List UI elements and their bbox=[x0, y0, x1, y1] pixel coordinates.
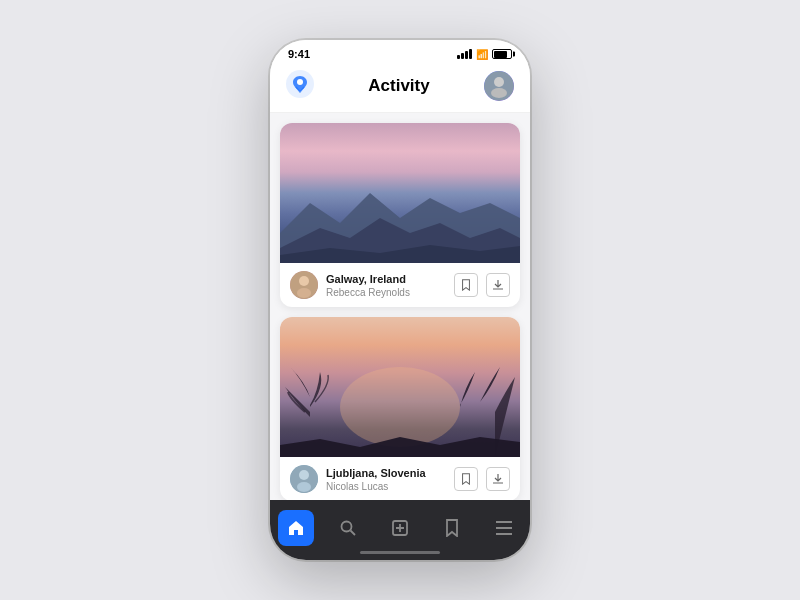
svg-point-1 bbox=[297, 79, 303, 85]
svg-point-7 bbox=[297, 288, 311, 298]
download-button-1[interactable] bbox=[486, 273, 510, 297]
card-1-location: Galway, Ireland bbox=[326, 272, 446, 286]
phone-frame: 9:41 📶 Activity bbox=[270, 40, 530, 560]
status-bar: 9:41 📶 bbox=[270, 40, 530, 64]
svg-point-12 bbox=[342, 522, 352, 532]
content-area: Galway, Ireland Rebecca Reynolds bbox=[270, 113, 530, 500]
user-avatar[interactable] bbox=[484, 71, 514, 101]
nav-add[interactable] bbox=[382, 510, 418, 546]
svg-point-4 bbox=[491, 88, 507, 98]
svg-point-6 bbox=[299, 276, 309, 286]
signal-icon bbox=[457, 49, 472, 59]
nav-search[interactable] bbox=[330, 510, 366, 546]
activity-card-2: Ljubljana, Slovenia Nicolas Lucas bbox=[280, 317, 520, 500]
activity-card-1: Galway, Ireland Rebecca Reynolds bbox=[280, 123, 520, 307]
card-2-location: Ljubljana, Slovenia bbox=[326, 466, 446, 480]
bookmark-button-2[interactable] bbox=[454, 467, 478, 491]
svg-point-11 bbox=[297, 482, 311, 492]
bookmark-button-1[interactable] bbox=[454, 273, 478, 297]
svg-point-8 bbox=[340, 367, 460, 447]
card-1-text: Galway, Ireland Rebecca Reynolds bbox=[326, 272, 446, 297]
card-2-author: Nicolas Lucas bbox=[326, 481, 446, 492]
nav-menu[interactable] bbox=[486, 510, 522, 546]
status-icons: 📶 bbox=[457, 49, 512, 60]
download-button-2[interactable] bbox=[486, 467, 510, 491]
header: Activity bbox=[270, 64, 530, 113]
card-2-image bbox=[280, 317, 520, 457]
card-2-avatar bbox=[290, 465, 318, 493]
sunset-scene bbox=[280, 317, 520, 457]
card-1-actions bbox=[454, 273, 510, 297]
card-2-info: Ljubljana, Slovenia Nicolas Lucas bbox=[280, 457, 520, 500]
card-1-author: Rebecca Reynolds bbox=[326, 287, 446, 298]
home-indicator bbox=[360, 551, 440, 554]
svg-point-3 bbox=[494, 77, 504, 87]
page-title: Activity bbox=[368, 76, 429, 96]
svg-point-10 bbox=[299, 470, 309, 480]
app-logo[interactable] bbox=[286, 70, 314, 102]
nav-bookmark[interactable] bbox=[434, 510, 470, 546]
card-1-avatar bbox=[290, 271, 318, 299]
mountain-scene bbox=[280, 123, 520, 263]
card-1-image bbox=[280, 123, 520, 263]
card-2-text: Ljubljana, Slovenia Nicolas Lucas bbox=[326, 466, 446, 491]
nav-home[interactable] bbox=[278, 510, 314, 546]
wifi-icon: 📶 bbox=[476, 49, 488, 60]
status-time: 9:41 bbox=[288, 48, 310, 60]
card-1-info: Galway, Ireland Rebecca Reynolds bbox=[280, 263, 520, 307]
battery-icon bbox=[492, 49, 512, 59]
card-2-actions bbox=[454, 467, 510, 491]
